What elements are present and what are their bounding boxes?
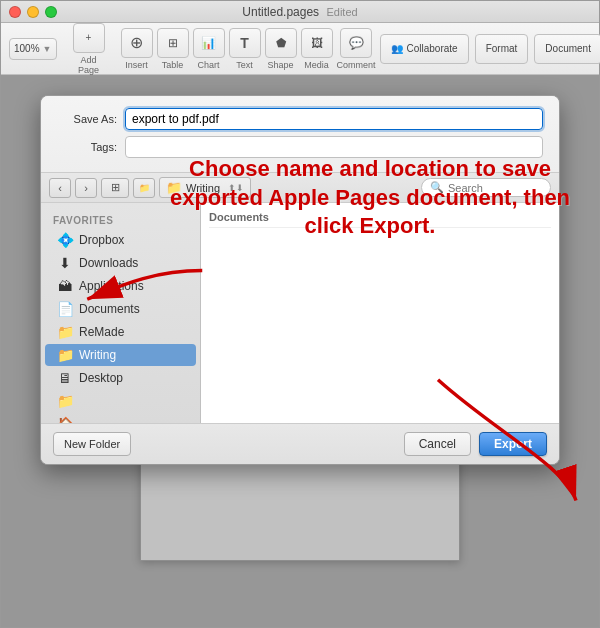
cancel-button[interactable]: Cancel (404, 432, 471, 456)
nav-new-button[interactable]: 📁 (133, 178, 155, 198)
nav-path[interactable]: 📁 Writing ⬆⬇ (159, 177, 251, 198)
tags-label: Tags: (57, 141, 117, 153)
location-arrows: ⬆⬇ (228, 183, 244, 193)
collaborate-icon: 👥 (391, 43, 403, 54)
chart-label: Chart (197, 60, 219, 70)
shape-button[interactable]: ⬟ (265, 28, 297, 58)
save-as-row: Save As: (57, 108, 543, 130)
minimize-button[interactable] (27, 6, 39, 18)
save-as-label: Save As: (57, 113, 117, 125)
sidebar: Favorites 💠 Dropbox ⬇ Downloads 🏔 Applic… (41, 203, 201, 423)
tags-row: Tags: (57, 136, 543, 158)
file-list-header: Documents (209, 211, 551, 228)
nav-forward-button[interactable]: › (75, 178, 97, 198)
save-dialog: Save As: Tags: ‹ › ⊞ 📁 📁 (40, 95, 560, 465)
sidebar-item-downloads[interactable]: ⬇ Downloads (45, 252, 196, 274)
sidebar-item-writing[interactable]: 📁 Writing (45, 344, 196, 366)
dialog-nav: ‹ › ⊞ 📁 📁 Writing ⬆⬇ 🔍 (41, 173, 559, 203)
toolbar-table-group: ⊞ Table (157, 28, 189, 70)
toolbar-text-group: T Text (229, 28, 261, 70)
dropbox-icon: 💠 (57, 232, 73, 248)
documents-label: Documents (79, 302, 140, 316)
toolbar-shape-group: ⬟ Shape (265, 28, 297, 70)
downloads-label: Downloads (79, 256, 138, 270)
applications-icon: 🏔 (57, 278, 73, 294)
downloads-icon: ⬇ (57, 255, 73, 271)
table-button[interactable]: ⊞ (157, 28, 189, 58)
sidebar-item-folder1[interactable]: 📁 (45, 390, 196, 412)
location-label: Writing (186, 182, 220, 194)
file-list[interactable]: Documents (201, 203, 559, 423)
desktop-icon: 🖥 (57, 370, 73, 386)
dropbox-label: Dropbox (79, 233, 124, 247)
main-content: ...to format. Save As: Tags: (1, 75, 599, 627)
toolbar: 100% ▼ + Add Page ⊕ Insert ⊞ Table 📊 Cha… (1, 23, 599, 75)
sidebar-item-applications[interactable]: 🏔 Applications (45, 275, 196, 297)
dialog-body: Favorites 💠 Dropbox ⬇ Downloads 🏔 Applic… (41, 203, 559, 423)
add-page-button[interactable]: + (73, 23, 105, 53)
folder-icon: 📁 (166, 180, 182, 195)
insert-button[interactable]: ⊕ (121, 28, 153, 58)
export-button[interactable]: Export (479, 432, 547, 456)
sidebar-item-dropbox[interactable]: 💠 Dropbox (45, 229, 196, 251)
collaborate-label: Collaborate (407, 43, 458, 54)
toolbar-zoom-group: 100% ▼ (9, 38, 57, 60)
media-label: Media (304, 60, 329, 70)
title-subtitle: Edited (326, 6, 357, 18)
folder1-icon: 📁 (57, 393, 73, 409)
nav-search: 🔍 (421, 178, 551, 197)
title-text: Untitled.pages (242, 5, 319, 19)
shape-label: Shape (267, 60, 293, 70)
text-button[interactable]: T (229, 28, 261, 58)
tags-input[interactable] (125, 136, 543, 158)
add-page-label: Add Page (73, 55, 105, 75)
writing-label: Writing (79, 348, 116, 362)
search-icon: 🔍 (430, 181, 444, 194)
remade-icon: 📁 (57, 324, 73, 340)
documents-icon: 📄 (57, 301, 73, 317)
search-input[interactable] (448, 182, 542, 194)
sidebar-item-remade[interactable]: 📁 ReMade (45, 321, 196, 343)
insert-label: Insert (125, 60, 148, 70)
toolbar-media-group: 🖼 Media (301, 28, 333, 70)
dialog-overlay: Save As: Tags: ‹ › ⊞ 📁 📁 (1, 75, 599, 627)
toolbar-addpage-group: + Add Page (73, 23, 105, 75)
favorites-label: Favorites (41, 211, 200, 228)
comment-button[interactable]: 💬 (340, 28, 372, 58)
dialog-footer: New Folder Cancel Export (41, 423, 559, 464)
window-title: Untitled.pages Edited (242, 5, 357, 19)
chart-button[interactable]: 📊 (193, 28, 225, 58)
table-label: Table (162, 60, 184, 70)
sidebar-item-documents[interactable]: 📄 Documents (45, 298, 196, 320)
sidebar-item-desktop[interactable]: 🖥 Desktop (45, 367, 196, 389)
applications-label: Applications (79, 279, 144, 293)
dialog-fields: Save As: Tags: (41, 96, 559, 173)
document-button[interactable]: Document (534, 34, 600, 64)
writing-icon: 📁 (57, 347, 73, 363)
document-label: Document (545, 43, 591, 54)
zoom-value: 100% (14, 43, 40, 54)
media-button[interactable]: 🖼 (301, 28, 333, 58)
maximize-button[interactable] (45, 6, 57, 18)
close-button[interactable] (9, 6, 21, 18)
comment-label: Comment (337, 60, 376, 70)
toolbar-chart-group: 📊 Chart (193, 28, 225, 70)
titlebar: Untitled.pages Edited (1, 1, 599, 23)
home-icon: 🏠 (57, 416, 73, 423)
collaborate-button[interactable]: 👥 Collaborate (380, 34, 469, 64)
save-as-input[interactable] (125, 108, 543, 130)
nav-back-button[interactable]: ‹ (49, 178, 71, 198)
toolbar-insert-group: ⊕ Insert (121, 28, 153, 70)
remade-label: ReMade (79, 325, 124, 339)
toolbar-comment-group: 💬 Comment (337, 28, 376, 70)
main-window: Untitled.pages Edited 100% ▼ + Add Page … (0, 0, 600, 628)
format-button[interactable]: Format (475, 34, 529, 64)
sidebar-item-home[interactable]: 🏠 (45, 413, 196, 423)
window-controls (9, 6, 57, 18)
zoom-control[interactable]: 100% ▼ (9, 38, 57, 60)
format-label: Format (486, 43, 518, 54)
desktop-label: Desktop (79, 371, 123, 385)
toolbar-right: 👥 Collaborate Format Document (380, 34, 600, 64)
new-folder-button[interactable]: New Folder (53, 432, 131, 456)
nav-up-button[interactable]: ⊞ (101, 178, 129, 198)
